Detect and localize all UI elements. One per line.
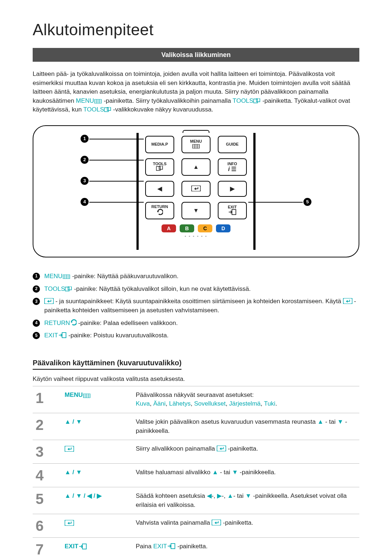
callout-1: 1 MENU -painike: Näyttää pääkuvaruutuval… [33, 272, 359, 281]
exit-icon [78, 544, 87, 549]
remote-btn-up: ▲ [181, 158, 211, 176]
remote-btn-down: ▼ [181, 202, 211, 219]
enter-icon [65, 446, 74, 452]
remote-btn-return: RETURN [145, 202, 174, 219]
enter-icon [343, 298, 352, 304]
option: Lähetys [169, 400, 191, 407]
callout-2: 2 TOOLS -painike: Näyttää työkaluvalikot… [33, 285, 359, 294]
page-title: Alkutoimenpiteet [33, 18, 359, 41]
step-4: 4 ▲ / ▼ Valitse haluamasi alivalikko ▲ -… [33, 464, 359, 487]
tools-icon [104, 107, 111, 112]
remote-btn-info: INFOi ☰ [218, 158, 247, 176]
remote-diagram: 1 2 3 4 5 MEDIA.P MENU GUIDE TOOLS ▲ INF… [33, 125, 359, 257]
callout-dot-2: 2 [81, 156, 89, 164]
option: Sovellukset [194, 400, 226, 407]
tools-keyword: TOOLS [233, 97, 261, 104]
remote-btn-menu: MENU [181, 136, 211, 153]
remote-pill-b: B [180, 224, 194, 232]
remote-btn-guide: GUIDE [218, 136, 247, 153]
main-menu-sub: Käytön vaiheet riippuvat valikosta valit… [33, 375, 359, 384]
exit-icon [167, 543, 176, 549]
option: Ääni [153, 400, 166, 407]
main-menu-heading: Päävalikon käyttäminen (kuvaruutuvalikko… [33, 358, 181, 370]
option: Kuva [136, 400, 150, 407]
callout-5: 5 EXIT -painike: Poistuu kuvaruutuvaliko… [33, 331, 359, 340]
step-6: 6 Vahvista valinta painamalla -painikett… [33, 514, 359, 538]
remote-btn-right: ▶ [218, 181, 247, 197]
remote-btn-mediap: MEDIA.P [145, 136, 174, 153]
remote-pill-d: D [216, 224, 230, 232]
callout-list: 1 MENU -painike: Näyttää pääkuvaruutuval… [33, 272, 359, 340]
remote-btn-exit: EXIT [218, 202, 247, 219]
step-2: 2 ▲ / ▼ Valitse jokin päävalikon asetus … [33, 413, 359, 440]
callout-dot-4: 4 [81, 198, 89, 206]
exit-icon [58, 332, 67, 338]
remote-pill-c: C [198, 224, 212, 232]
callout-dot-1: 1 [81, 135, 89, 143]
callout-3: 3 - ja suuntapainikkeet: Käytä suuntapai… [33, 297, 359, 315]
return-icon [70, 319, 77, 326]
option: Tuki [264, 400, 275, 407]
menu-keyword: MENU [76, 97, 102, 104]
enter-icon [217, 446, 226, 451]
intro-paragraph: Laitteen pää- ja työkaluvalikoissa on to… [33, 70, 359, 114]
enter-icon [44, 298, 54, 304]
remote-btn-enter [181, 181, 211, 197]
remote-btn-tools: TOOLS [145, 158, 174, 176]
step-3: 3 Siirry alivalikkoon painamalla -painik… [33, 440, 359, 464]
section-heading: Valikoissa liikkuminen [33, 48, 359, 62]
enter-icon [212, 520, 221, 525]
tools-icon [253, 98, 261, 103]
remote-pill-a: A [162, 224, 176, 232]
callout-4: 4 RETURN -painike: Palaa edelliseen vali… [33, 319, 359, 328]
tools-keyword: TOOLS [83, 106, 111, 113]
step-5: 5 ▲ / ▼ / ◀ / ▶ Säädä kohteen asetuksia … [33, 487, 359, 514]
remote-btn-left: ◀ [145, 181, 174, 197]
steps-table: 1 MENU Päävalikossa näkyvät seuraavat as… [33, 386, 359, 557]
menu-icon [83, 394, 91, 398]
menu-icon [94, 99, 102, 103]
enter-icon [65, 520, 74, 526]
menu-icon [62, 275, 70, 279]
callout-dot-5: 5 [303, 198, 311, 206]
step-7: 7 EXIT Paina EXIT -painiketta. [33, 538, 359, 557]
option: Järjestelmä [229, 400, 261, 407]
step-1: 1 MENU Päävalikossa näkyvät seuraavat as… [33, 386, 359, 413]
tools-icon [65, 286, 72, 292]
remote-body: MEDIA.P MENU GUIDE TOOLS ▲ INFOi ☰ ◀ ▶ R… [136, 133, 256, 250]
callout-dot-3: 3 [81, 177, 89, 185]
